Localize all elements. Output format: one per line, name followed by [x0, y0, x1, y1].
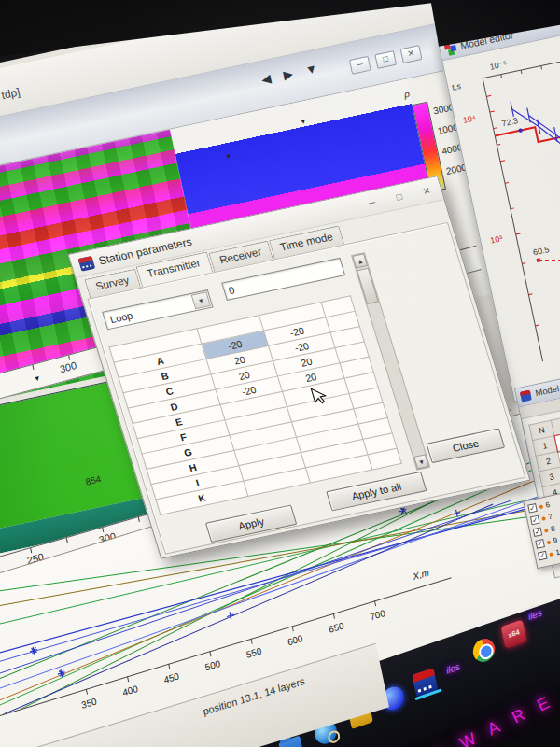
layer-number: 6 — [545, 500, 551, 510]
loop-type-select[interactable]: Loop ▼ — [102, 289, 213, 330]
nav-arrow-buttons[interactable]: ◀▶▼ — [260, 59, 331, 87]
close-icon[interactable]: ✕ — [413, 181, 440, 201]
photo-of-screen: tdp] ◀▶▼ ─ □ ✕ ▾ ▾ ρ 3000 1000 40 — [0, 0, 560, 747]
checkbox-checked-icon[interactable]: ✓ — [535, 539, 545, 549]
close-button[interactable]: Close — [426, 428, 505, 463]
dialog-app-icon — [77, 256, 95, 272]
station-marker-icon: ▾ — [35, 374, 40, 384]
layer-number: 8 — [550, 524, 555, 533]
desktop: tdp] ◀▶▼ ─ □ ✕ ▾ ▾ ρ 3000 1000 40 — [0, 0, 560, 747]
checkbox-checked-icon[interactable]: ✓ — [530, 515, 540, 526]
glow-logo-text: iles — [445, 661, 461, 676]
axis-label: 600 — [287, 633, 303, 648]
chrome-icon[interactable] — [471, 636, 497, 665]
y-tick-label: 10⁴ — [462, 113, 477, 125]
model-table-icon — [520, 390, 532, 402]
scroll-up-icon[interactable]: ▲ — [352, 253, 368, 268]
layer-color-dot — [547, 540, 552, 544]
scrollbar-thumb[interactable] — [357, 268, 379, 304]
colorbar-label: ρ — [403, 89, 411, 100]
layer-color-dot — [541, 516, 546, 521]
axis-label: 700 — [369, 608, 385, 623]
layer-color-dot — [539, 504, 543, 509]
scroll-down-icon[interactable]: ▼ — [413, 454, 429, 469]
annotation-label: 60.5 — [532, 245, 550, 257]
layer-value-label: 854 — [85, 473, 103, 486]
checkbox-checked-icon[interactable]: ✓ — [527, 503, 538, 514]
x64-app-icon[interactable]: x64 — [501, 619, 527, 648]
axis-label: 350 — [80, 696, 97, 711]
minimize-icon[interactable]: ─ — [358, 192, 385, 212]
plot-xlabel: t,s — [451, 81, 462, 92]
axis-label: 550 — [245, 645, 262, 660]
layer-number: 9 — [553, 536, 558, 545]
glow-logo-text: iles — [527, 607, 543, 622]
maximize-icon[interactable]: □ — [385, 187, 412, 206]
layer-color-dot — [544, 528, 549, 532]
close-icon[interactable]: ✕ — [400, 45, 423, 63]
axis-label: 650 — [328, 620, 344, 635]
axis-label: 300 — [59, 359, 77, 374]
main-window-title: tdp] — [0, 85, 21, 102]
layer-color-dot — [549, 552, 553, 557]
checkbox-checked-icon[interactable]: ✓ — [538, 551, 548, 561]
loop-coordinates-grid: A -20 -20 B 20 -20 C 20 20 — [108, 295, 401, 515]
x-tick-label: 10⁻⁵ — [489, 59, 508, 72]
annotation-label: 72.3 — [501, 116, 519, 128]
axis-label: 400 — [121, 684, 138, 698]
layer-number: 10 — [555, 547, 560, 557]
loop-type-value: Loop — [108, 310, 133, 326]
axis-label: 500 — [204, 658, 221, 673]
maximize-icon[interactable]: □ — [374, 50, 397, 69]
axis-label: 450 — [163, 670, 180, 685]
minimize-icon[interactable]: ─ — [349, 56, 371, 75]
checkbox-checked-icon[interactable]: ✓ — [533, 527, 543, 537]
apply-to-all-button[interactable]: Apply to all — [326, 472, 427, 512]
layer-number: 7 — [547, 513, 553, 522]
y-tick-label: 10³ — [489, 233, 503, 245]
chevron-down-icon[interactable]: ▼ — [191, 291, 211, 309]
